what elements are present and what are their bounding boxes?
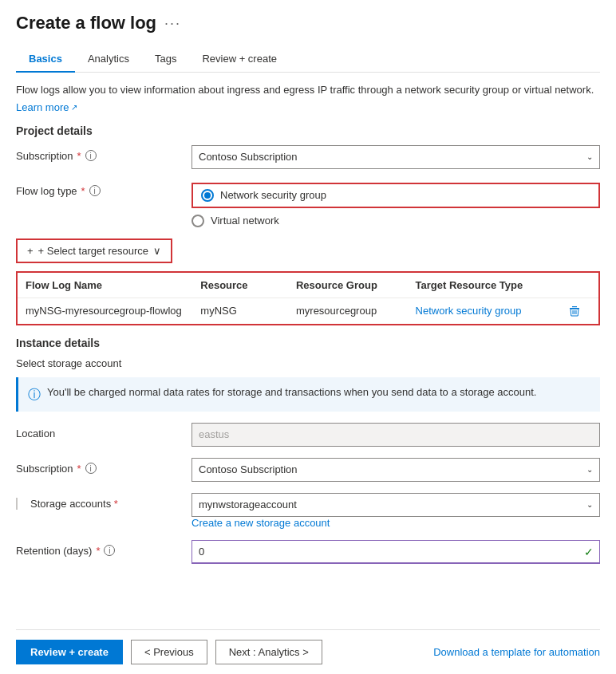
location-row: Location bbox=[16, 423, 600, 447]
description-text: Flow logs allow you to view information … bbox=[16, 82, 600, 98]
cell-target-resource-type: Network security group bbox=[416, 305, 559, 317]
select-resource-plus: + bbox=[27, 245, 34, 257]
tab-review-create[interactable]: Review + create bbox=[189, 46, 290, 73]
more-options-icon[interactable]: ··· bbox=[164, 15, 181, 32]
page-title: Create a flow log bbox=[16, 13, 156, 34]
main-content: Flow logs allow you to view information … bbox=[16, 82, 600, 629]
instance-subscription-row: Subscription * i Contoso Subscription ⌄ bbox=[16, 458, 600, 482]
storage-indent: Storage accounts * bbox=[16, 498, 118, 510]
table-header-row: Flow Log Name Resource Resource Group Ta… bbox=[18, 273, 598, 298]
flow-log-type-info-icon[interactable]: i bbox=[89, 185, 101, 196]
next-analytics-button[interactable]: Next : Analytics > bbox=[215, 640, 322, 664]
retention-required: * bbox=[96, 545, 100, 557]
col-resource-group: Resource Group bbox=[296, 279, 416, 291]
col-resource: Resource bbox=[200, 279, 296, 291]
flow-log-type-required: * bbox=[81, 185, 85, 197]
learn-more-link[interactable]: Learn more ↗ bbox=[16, 101, 77, 113]
select-storage-label: Select storage account bbox=[16, 357, 600, 369]
subscription-control: Contoso Subscription ⌄ bbox=[192, 145, 600, 169]
retention-check-icon: ✓ bbox=[584, 546, 594, 558]
storage-accounts-label: Storage accounts * bbox=[16, 493, 192, 510]
cell-flow-log-name: myNSG-myresourcegroup-flowlog bbox=[26, 305, 200, 317]
retention-row: Retention (days) * i ✓ bbox=[16, 540, 600, 564]
select-resource-chevron: ∨ bbox=[153, 245, 161, 257]
storage-accounts-control: mynwstorageaccount ⌄ Create a new storag… bbox=[192, 493, 600, 529]
bottom-bar: Review + create < Previous Next : Analyt… bbox=[16, 629, 600, 674]
subscription-required: * bbox=[77, 150, 81, 162]
col-flow-log-name: Flow Log Name bbox=[26, 279, 200, 291]
instance-details-section: Instance details Select storage account … bbox=[16, 337, 600, 564]
select-resource-label: + Select target resource bbox=[38, 245, 148, 257]
storage-required: * bbox=[114, 498, 118, 510]
delete-row-button[interactable] bbox=[559, 305, 590, 317]
table-row: myNSG-myresourcegroup-flowlog myNSG myre… bbox=[18, 298, 598, 324]
location-control bbox=[192, 423, 600, 447]
instance-details-header: Instance details bbox=[16, 337, 600, 349]
tab-analytics[interactable]: Analytics bbox=[75, 46, 142, 73]
vnet-radio-button[interactable] bbox=[192, 215, 204, 227]
retention-input-wrap: ✓ bbox=[192, 540, 600, 564]
col-actions bbox=[559, 279, 590, 291]
nsg-radio-item[interactable]: Network security group bbox=[201, 189, 326, 202]
instance-subscription-info-icon[interactable]: i bbox=[85, 463, 97, 474]
create-storage-link[interactable]: Create a new storage account bbox=[192, 517, 330, 529]
flow-log-type-control: Network security group Virtual network bbox=[192, 180, 600, 227]
tab-tags[interactable]: Tags bbox=[142, 46, 189, 73]
cell-resource-group: myresourcegroup bbox=[296, 305, 416, 317]
instance-subscription-dropdown[interactable]: Contoso Subscription ⌄ bbox=[192, 458, 600, 482]
review-create-button[interactable]: Review + create bbox=[16, 640, 123, 664]
flow-log-type-radio-group: Network security group Virtual network bbox=[192, 180, 600, 227]
flow-log-type-label: Flow log type * i bbox=[16, 180, 192, 197]
storage-info-banner: ⓘ You'll be charged normal data rates fo… bbox=[16, 377, 600, 412]
col-target-resource-type: Target Resource Type bbox=[416, 279, 559, 291]
nsg-radio-inner bbox=[204, 192, 211, 199]
nsg-radio-button[interactable] bbox=[201, 189, 214, 202]
flow-log-type-row: Flow log type * i Network security group bbox=[16, 180, 600, 227]
subscription-dropdown[interactable]: Contoso Subscription ⌄ bbox=[192, 145, 600, 169]
info-banner-icon: ⓘ bbox=[28, 386, 41, 404]
subscription-dropdown-arrow: ⌄ bbox=[586, 152, 593, 161]
external-link-icon: ↗ bbox=[71, 103, 77, 112]
previous-button[interactable]: < Previous bbox=[131, 640, 207, 664]
subscription-label: Subscription * i bbox=[16, 145, 192, 162]
instance-subscription-control: Contoso Subscription ⌄ bbox=[192, 458, 600, 482]
retention-label: Retention (days) * i bbox=[16, 540, 192, 557]
vnet-radio-label: Virtual network bbox=[211, 215, 279, 227]
tab-basics[interactable]: Basics bbox=[16, 46, 75, 73]
instance-subscription-dropdown-arrow: ⌄ bbox=[586, 465, 593, 474]
storage-accounts-row: Storage accounts * mynwstorageaccount ⌄ … bbox=[16, 493, 600, 529]
select-target-resource-button[interactable]: + + Select target resource ∨ bbox=[16, 238, 172, 263]
download-template-link[interactable]: Download a template for automation bbox=[433, 646, 600, 658]
info-banner-text: You'll be charged normal data rates for … bbox=[47, 385, 536, 400]
project-details-header: Project details bbox=[16, 124, 600, 137]
subscription-row: Subscription * i Contoso Subscription ⌄ bbox=[16, 145, 600, 169]
svg-rect-1 bbox=[572, 306, 577, 307]
resources-table: Flow Log Name Resource Resource Group Ta… bbox=[16, 271, 600, 325]
location-input bbox=[192, 423, 600, 447]
instance-subscription-label: Subscription * i bbox=[16, 458, 192, 475]
retention-info-icon[interactable]: i bbox=[104, 545, 115, 556]
storage-dropdown-arrow: ⌄ bbox=[586, 500, 593, 509]
nsg-radio-label: Network security group bbox=[220, 189, 326, 201]
location-label: Location bbox=[16, 423, 192, 439]
subscription-info-icon[interactable]: i bbox=[85, 150, 97, 161]
storage-accounts-dropdown[interactable]: mynwstorageaccount ⌄ bbox=[192, 493, 600, 517]
vnet-radio-item[interactable]: Virtual network bbox=[192, 215, 600, 227]
retention-input[interactable] bbox=[192, 540, 600, 564]
tab-bar: Basics Analytics Tags Review + create bbox=[16, 46, 600, 73]
instance-subscription-required: * bbox=[77, 463, 81, 475]
retention-control: ✓ bbox=[192, 540, 600, 564]
nsg-radio-highlight: Network security group bbox=[192, 183, 600, 208]
cell-resource: myNSG bbox=[200, 305, 296, 317]
